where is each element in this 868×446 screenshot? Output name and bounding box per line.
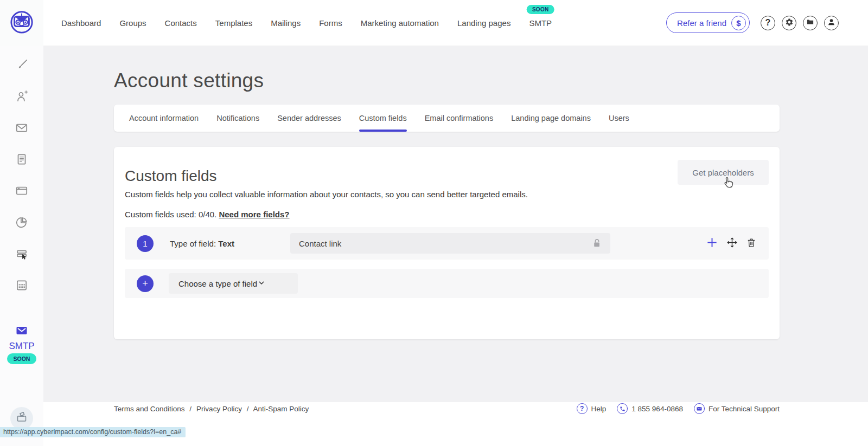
- refer-a-friend-label: Refer a friend: [677, 18, 726, 28]
- privacy-link[interactable]: Privacy Policy: [196, 405, 242, 413]
- sidebar-smtp-label: SMTP: [9, 341, 34, 352]
- app-logo[interactable]: [0, 0, 43, 46]
- top-bar-actions: Refer a friend $ ?: [666, 12, 868, 33]
- refer-a-friend-button[interactable]: Refer a friend $: [666, 12, 750, 33]
- help-button[interactable]: ?: [761, 16, 775, 30]
- question-mark-icon: ?: [765, 18, 771, 28]
- card-title: Custom fields: [125, 167, 217, 185]
- tab-email-confirmations[interactable]: Email confirmations: [425, 105, 494, 132]
- nav-smtp-label: SMTP: [529, 18, 552, 28]
- chevron-down-icon: [257, 279, 266, 289]
- card-description: Custom fields help you collect valuable …: [125, 190, 769, 199]
- custom-fields-card: Custom fields Get placeholders Custom fi…: [114, 147, 780, 339]
- feedback-button[interactable]: [10, 407, 33, 430]
- tool-sidebar: SMTP SOON: [0, 46, 43, 446]
- get-placeholders-button[interactable]: Get placeholders: [678, 160, 769, 185]
- pie-chart-icon: [15, 215, 29, 231]
- lock-icon: [591, 237, 603, 249]
- field-name-input[interactable]: Contact link: [290, 233, 610, 254]
- tab-notifications[interactable]: Notifications: [216, 105, 259, 132]
- add-field-row: + Choose a type of field: [125, 269, 769, 298]
- app-root: Dashboard Groups Contacts Templates Mail…: [0, 0, 868, 446]
- footer-phone-number: 1 855 964-0868: [631, 405, 683, 413]
- footer-help-label: Help: [591, 405, 607, 413]
- settings-tabs: Account information Notifications Sender…: [114, 105, 780, 132]
- main-content: Account settings Account information Not…: [114, 46, 780, 414]
- nav-smtp[interactable]: SOON SMTP: [529, 18, 552, 28]
- anti-spam-link[interactable]: Anti-Spam Policy: [253, 405, 309, 413]
- sidebar-item-landing-pages[interactable]: [11, 181, 33, 203]
- calendar-icon: [15, 278, 29, 294]
- trash-icon: [746, 237, 757, 250]
- footer-help-link[interactable]: ? Help: [577, 403, 607, 414]
- nav-contacts[interactable]: Contacts: [165, 18, 197, 28]
- field-type-dropdown-label: Choose a type of field: [178, 279, 257, 288]
- footer-phone-link[interactable]: 1 855 964-0868: [617, 403, 683, 414]
- nav-mailings[interactable]: Mailings: [271, 18, 301, 28]
- folder-icon: [806, 18, 814, 28]
- nav-landing-pages[interactable]: Landing pages: [457, 18, 510, 28]
- dollar-icon: $: [731, 16, 746, 30]
- field-row-actions: [706, 236, 757, 250]
- delete-field-button[interactable]: [746, 237, 757, 250]
- top-bar: Dashboard Groups Contacts Templates Mail…: [0, 0, 868, 46]
- legal-links: Terms and Conditions / Privacy Policy / …: [114, 405, 309, 413]
- nav-templates[interactable]: Templates: [215, 18, 252, 28]
- terms-link[interactable]: Terms and Conditions: [114, 405, 185, 413]
- move-field-button[interactable]: [726, 237, 738, 250]
- account-button[interactable]: [824, 16, 839, 30]
- smtp-envelope-icon: [14, 324, 29, 339]
- email-icon: [694, 403, 705, 414]
- separator: /: [247, 405, 249, 413]
- files-button[interactable]: [803, 16, 818, 30]
- field-type-text: Type of field:: [170, 239, 216, 248]
- move-icon: [726, 237, 738, 250]
- page-title: Account settings: [114, 69, 780, 92]
- nav-dashboard[interactable]: Dashboard: [61, 18, 101, 28]
- tab-account-information[interactable]: Account information: [129, 105, 199, 132]
- footer-support-label: For Technical Support: [709, 405, 780, 413]
- sidebar-item-statistics[interactable]: [11, 212, 33, 234]
- nav-groups[interactable]: Groups: [119, 18, 146, 28]
- need-more-fields-link[interactable]: Need more fields?: [219, 210, 289, 219]
- field-name-value: Contact link: [299, 239, 341, 248]
- soon-badge: SOON: [527, 5, 554, 14]
- tab-users[interactable]: Users: [609, 105, 629, 132]
- robot-mascot-icon: [9, 9, 34, 36]
- sidebar-item-forms[interactable]: [11, 150, 33, 171]
- envelope-icon: [15, 121, 29, 137]
- link-preview-statusbar: https://app.cyberimpact.com/config/custo…: [0, 427, 186, 437]
- sidebar-item-mailings[interactable]: [11, 118, 33, 140]
- nav-marketing-automation[interactable]: Marketing automation: [361, 18, 439, 28]
- nav-forms[interactable]: Forms: [319, 18, 342, 28]
- tab-custom-fields[interactable]: Custom fields: [359, 105, 407, 132]
- separator: /: [189, 405, 192, 413]
- browser-window-icon: [15, 184, 29, 200]
- support-links: ? Help 1 855 964-0868: [577, 403, 780, 414]
- field-index-badge: 1: [137, 235, 154, 252]
- sidebar-soon-badge: SOON: [7, 353, 37, 364]
- gear-icon: [785, 18, 794, 28]
- add-row-button[interactable]: +: [137, 275, 154, 292]
- footer-support-link[interactable]: For Technical Support: [694, 403, 780, 414]
- survey-cursor-icon: [15, 247, 29, 263]
- phone-icon: [617, 403, 628, 414]
- field-type-label: Type of field: Text: [170, 239, 290, 248]
- add-contact-icon: [15, 89, 29, 106]
- sidebar-item-templates[interactable]: [11, 55, 33, 77]
- field-type-dropdown[interactable]: Choose a type of field: [169, 273, 298, 294]
- usage-count: Custom fields used: 0/40.: [125, 210, 216, 219]
- sidebar-item-add-contact[interactable]: [11, 87, 33, 108]
- tab-landing-page-domains[interactable]: Landing page domains: [511, 105, 591, 132]
- settings-button[interactable]: [782, 16, 796, 30]
- sidebar-item-calendar[interactable]: [11, 275, 33, 297]
- add-field-button[interactable]: [706, 236, 718, 250]
- custom-field-row: 1 Type of field: Text Contact link: [125, 227, 769, 260]
- suggestion-box-icon: [15, 411, 28, 426]
- sidebar-item-smtp[interactable]: SMTP SOON: [7, 324, 37, 364]
- main-navigation: Dashboard Groups Contacts Templates Mail…: [61, 18, 552, 28]
- plus-icon: [706, 236, 718, 250]
- question-mark-icon: ?: [577, 403, 588, 414]
- tab-sender-addresses[interactable]: Sender addresses: [277, 105, 341, 132]
- sidebar-item-surveys[interactable]: [11, 244, 33, 266]
